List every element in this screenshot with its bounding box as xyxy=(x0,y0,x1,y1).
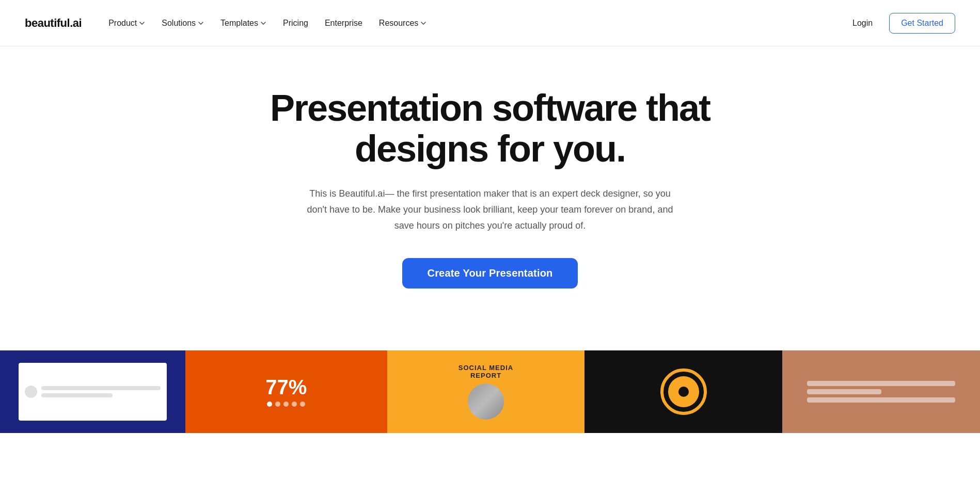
preview-label-3: SOCIAL MEDIAREPORT xyxy=(459,364,513,379)
nav-item-product[interactable]: Product xyxy=(102,14,151,32)
chevron-down-icon xyxy=(260,20,266,26)
hero-section: Presentation software that designs for y… xyxy=(0,46,980,319)
preview-circle-3 xyxy=(468,383,504,420)
preview-dots xyxy=(265,402,307,407)
preview-dot xyxy=(267,402,272,407)
preview-line-5 xyxy=(807,381,955,386)
navbar-left: beautiful.ai Product Solutions Templates xyxy=(25,14,433,32)
preview-lines-1 xyxy=(41,386,161,397)
preview-line-5 xyxy=(807,397,955,403)
hero-subtitle: This is Beautiful.ai— the first presenta… xyxy=(304,186,676,233)
get-started-button[interactable]: Get Started xyxy=(889,13,955,34)
hero-title: Presentation software that designs for y… xyxy=(258,88,722,169)
preview-card-4 xyxy=(584,350,782,433)
preview-lines-5 xyxy=(807,381,955,403)
preview-dot xyxy=(275,402,280,407)
preview-circle-4 xyxy=(660,368,707,415)
create-presentation-button[interactable]: Create Your Presentation xyxy=(402,258,577,288)
preview-dot xyxy=(283,402,289,407)
navbar: beautiful.ai Product Solutions Templates xyxy=(0,0,980,46)
nav-item-solutions[interactable]: Solutions xyxy=(155,14,210,32)
preview-strip: 77% SOCIAL MEDIAREPORT xyxy=(0,350,980,433)
brand-logo[interactable]: beautiful.ai xyxy=(25,17,82,30)
nav-item-resources[interactable]: Resources xyxy=(373,14,433,32)
preview-dot-4 xyxy=(678,387,689,397)
preview-card-inner-1 xyxy=(19,363,167,421)
nav-item-enterprise[interactable]: Enterprise xyxy=(319,14,369,32)
nav-item-pricing[interactable]: Pricing xyxy=(277,14,314,32)
preview-card-1 xyxy=(0,350,185,433)
navbar-right: Login Get Started xyxy=(846,13,955,34)
chevron-down-icon xyxy=(420,20,426,26)
preview-icon-1 xyxy=(25,386,37,398)
preview-circle-inner-4 xyxy=(668,376,699,407)
preview-circle-inner xyxy=(468,383,504,420)
nav-links: Product Solutions Templates Pricing xyxy=(102,14,433,32)
preview-content-3: SOCIAL MEDIAREPORT xyxy=(459,364,513,420)
preview-line-5-short xyxy=(807,389,881,394)
preview-line xyxy=(41,386,161,390)
preview-card-3: SOCIAL MEDIAREPORT xyxy=(387,350,585,433)
preview-line xyxy=(41,393,113,397)
preview-card-5 xyxy=(782,350,980,433)
nav-item-templates[interactable]: Templates xyxy=(214,14,273,32)
preview-stat-number: 77% xyxy=(265,377,307,397)
preview-content-2: 77% xyxy=(265,377,307,407)
preview-dot xyxy=(300,402,305,407)
chevron-down-icon xyxy=(198,20,204,26)
login-button[interactable]: Login xyxy=(846,14,879,32)
preview-card-2: 77% xyxy=(185,350,387,433)
preview-dot xyxy=(292,402,297,407)
chevron-down-icon xyxy=(139,20,145,26)
